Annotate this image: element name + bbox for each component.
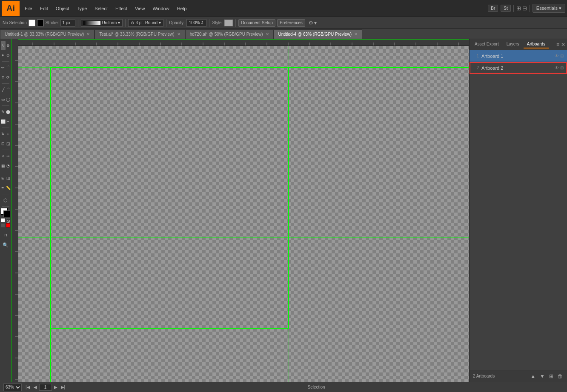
bridge-btn[interactable]: Br bbox=[488, 5, 498, 12]
tool-status: Selection bbox=[69, 385, 564, 389]
measure-tool[interactable]: 📏 bbox=[6, 183, 11, 193]
warp-tool[interactable]: ⌾ bbox=[1, 151, 6, 161]
fill-swatch[interactable] bbox=[29, 20, 35, 26]
fill-none[interactable] bbox=[1, 223, 5, 227]
artboard-1-settings[interactable]: ⊞ bbox=[560, 54, 564, 58]
tab-0-close[interactable]: ✕ bbox=[86, 32, 90, 37]
type-tool[interactable]: T bbox=[1, 73, 6, 82]
panel-tab-asset-export[interactable]: Asset Export bbox=[471, 40, 502, 48]
direct-selection-tool[interactable]: ⊕ bbox=[6, 41, 11, 50]
tab-3-close[interactable]: ✕ bbox=[354, 32, 358, 37]
mesh-tool[interactable]: ⊞ bbox=[1, 173, 6, 183]
fill-red[interactable] bbox=[6, 223, 10, 227]
artboard-2-settings[interactable]: ⊞ bbox=[560, 65, 564, 70]
move-down-btn[interactable]: ▼ bbox=[539, 373, 546, 379]
tab-2-close[interactable]: ✕ bbox=[266, 32, 269, 37]
opacity-field[interactable]: 100% ⇕ bbox=[186, 19, 207, 27]
stock-btn[interactable]: St bbox=[501, 5, 510, 12]
gradient-selector[interactable]: Uniform ▾ bbox=[81, 19, 123, 27]
color-swatches[interactable] bbox=[1, 208, 10, 217]
lasso-tool[interactable]: ⊙ bbox=[6, 51, 11, 60]
ctrl-arrow[interactable]: ▾ bbox=[314, 20, 317, 26]
artboard-1-visibility[interactable]: 👁 bbox=[555, 54, 559, 58]
hand-zoom-tool[interactable]: 🔍 bbox=[1, 240, 10, 250]
style-swatch[interactable] bbox=[224, 20, 233, 26]
menu-view[interactable]: View bbox=[132, 4, 149, 13]
artboard-row-1[interactable]: 1 Artboard 1 👁 ⊞ bbox=[470, 50, 567, 62]
blend-tool[interactable]: ⬡ bbox=[1, 196, 10, 205]
curvature-tool[interactable]: ⌒ bbox=[6, 63, 11, 72]
blob-tool[interactable]: ⬤ bbox=[6, 107, 11, 116]
move-up-btn[interactable]: ▲ bbox=[530, 373, 536, 379]
menu-select[interactable]: Select bbox=[91, 4, 111, 13]
menu-edit[interactable]: Edit bbox=[37, 4, 52, 13]
tab-1[interactable]: Test.ai* @ 33.33% (RGB/GPU Preview) ✕ bbox=[94, 29, 185, 39]
magic-wand-tool[interactable]: ✦ bbox=[1, 51, 6, 60]
menu-type[interactable]: Type bbox=[74, 4, 91, 13]
artboard-tool[interactable]: ⊓ bbox=[1, 230, 10, 240]
tab-1-close[interactable]: ✕ bbox=[177, 32, 180, 37]
paintbrush-tool[interactable]: ✎ bbox=[1, 107, 6, 116]
stroke-input[interactable] bbox=[60, 19, 75, 27]
panel-tab-layers[interactable]: Layers bbox=[503, 40, 523, 48]
menu-help[interactable]: Help bbox=[174, 4, 190, 13]
menu-window[interactable]: Window bbox=[149, 4, 173, 13]
tab-3-label: Untitled-4 @ 63% (RGB/GPU Preview) bbox=[278, 32, 352, 37]
ctrl-sep2 bbox=[125, 19, 126, 27]
status-bar: 63% |◀ ◀ ▶ ▶| Selection bbox=[0, 382, 567, 392]
cap-selector[interactable]: ⊙ 3 pt. Round ▾ bbox=[128, 19, 163, 27]
menu-effect[interactable]: Effect bbox=[112, 4, 131, 13]
type-vertical-tool[interactable]: ⟳ bbox=[6, 73, 11, 82]
sep2 bbox=[530, 5, 530, 12]
shear-tool[interactable]: ◱ bbox=[6, 139, 11, 148]
ctrl-sep4 bbox=[209, 19, 209, 27]
nav-first[interactable]: |◀ bbox=[24, 385, 32, 389]
canvas-area[interactable] bbox=[11, 39, 469, 382]
nav-prev[interactable]: ◀ bbox=[32, 385, 38, 389]
tab-0[interactable]: Untitled-1 @ 33.33% (RGB/GPU Preview) ✕ bbox=[0, 29, 94, 39]
ellipse-tool[interactable]: ◯ bbox=[6, 95, 11, 104]
scissors-tool[interactable]: ✂ bbox=[6, 117, 11, 126]
menu-object[interactable]: Object bbox=[52, 4, 73, 13]
canvas-background[interactable] bbox=[18, 46, 469, 382]
nav-last[interactable]: ▶| bbox=[60, 385, 67, 389]
gradient-tool[interactable]: ◫ bbox=[6, 173, 11, 183]
rect-tool[interactable]: ▭ bbox=[1, 95, 6, 104]
delete-artboard-btn[interactable]: 🗑 bbox=[557, 373, 564, 379]
artboard-row-2[interactable]: 2 Artboard 2 👁 ⊞ bbox=[470, 62, 567, 74]
scale-tool[interactable]: ⊡ bbox=[1, 139, 6, 148]
tab-3[interactable]: Untitled-4 @ 63% (RGB/GPU Preview) ✕ bbox=[274, 29, 362, 39]
line-tool[interactable]: ╱ bbox=[1, 85, 6, 94]
reflect-tool[interactable]: ↔ bbox=[6, 129, 11, 139]
artboard-number-input[interactable] bbox=[39, 384, 52, 391]
arc-tool[interactable]: ⌒ bbox=[6, 85, 11, 94]
eraser-tool[interactable]: ⬜ bbox=[1, 117, 6, 126]
width-tool[interactable]: ⊸ bbox=[6, 151, 11, 161]
menu-file[interactable]: File bbox=[21, 4, 36, 13]
panel-menu-icon[interactable]: ≡ bbox=[556, 42, 559, 48]
document-setup-button[interactable]: Document Setup bbox=[238, 19, 275, 27]
essentials-button[interactable]: Essentials ▾ bbox=[533, 4, 565, 13]
normal-mode[interactable] bbox=[1, 218, 5, 222]
preferences-button[interactable]: Preferences bbox=[277, 19, 305, 27]
arrange-icons[interactable]: ⊞ ⊟ bbox=[516, 5, 527, 11]
background-swatch[interactable] bbox=[3, 210, 10, 217]
pie-graph-tool[interactable]: ◔ bbox=[6, 161, 11, 170]
rotate-tool[interactable]: ↻ bbox=[1, 129, 6, 139]
nav-next[interactable]: ▶ bbox=[53, 385, 59, 389]
artboard-2-outline bbox=[50, 67, 469, 382]
opacity-arrows: ⇕ bbox=[200, 20, 204, 25]
stroke-swatch[interactable] bbox=[37, 20, 44, 26]
eyedropper-tool[interactable]: ✒ bbox=[1, 183, 6, 193]
panel-close-icon[interactable]: ✕ bbox=[561, 42, 565, 48]
tab-2[interactable]: hd720.ai* @ 50% (RGB/GPU Preview) ✕ bbox=[185, 29, 274, 39]
ctrl-icon1[interactable]: ⚙ bbox=[309, 20, 313, 26]
no-fill[interactable]: ⊘ bbox=[6, 218, 10, 222]
selection-tool[interactable]: ↖ bbox=[1, 41, 6, 50]
pen-tool[interactable]: ✏ bbox=[1, 63, 6, 72]
artboard-2-visibility[interactable]: 👁 bbox=[555, 65, 559, 70]
panel-tab-artboards[interactable]: Artboards bbox=[524, 40, 549, 48]
zoom-select[interactable]: 63% bbox=[3, 383, 22, 391]
new-artboard-btn[interactable]: ⊞ bbox=[548, 373, 554, 379]
column-graph-tool[interactable]: ▦ bbox=[1, 161, 6, 170]
